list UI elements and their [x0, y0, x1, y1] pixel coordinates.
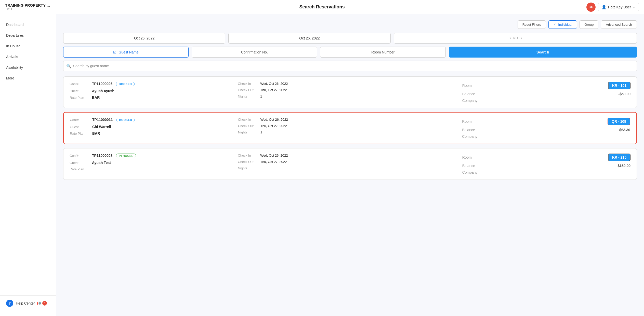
search-input[interactable]: [63, 61, 637, 71]
conf-row: Conf# TP11000011 BOOKED: [70, 118, 238, 122]
room-label: Room: [462, 84, 483, 88]
room-row: Room KR - 215: [462, 154, 630, 161]
room-row: Room KR - 101: [462, 82, 630, 89]
company-label: Company: [462, 134, 482, 139]
checkin-row: Check In Wed, Oct 26, 2022: [238, 118, 462, 121]
sidebar-item-departures[interactable]: Departures: [0, 30, 56, 41]
status-badge: BOOKED: [116, 118, 135, 122]
tab-room-number[interactable]: Room Number: [320, 47, 445, 58]
sidebar-item-arrivals[interactable]: Arrivals: [0, 51, 56, 62]
guest-label: Guest: [70, 125, 90, 129]
filter-bar: Reset Filters ✓ Individual Group Advance…: [63, 20, 637, 29]
balance-value: $63.30: [619, 128, 630, 132]
notification-badge: 0: [42, 301, 47, 306]
card-right-col: Room KR - 215 Balance -$159.00 Company: [462, 154, 630, 174]
property-name: TRAINING PROPERTY ...: [5, 3, 50, 7]
checkout-label: Check Out: [238, 88, 258, 92]
tab-confirmation-no[interactable]: Confirmation No.: [192, 47, 317, 58]
balance-row: Balance -$159.00: [462, 164, 630, 168]
advanced-search-button[interactable]: Advanced Search: [601, 20, 637, 29]
checkout-value: Thu, Oct 27, 2022: [260, 160, 287, 164]
sidebar-footer: ? Help Center 📢 0: [0, 295, 56, 311]
room-badge-button[interactable]: QR - 108: [608, 118, 630, 125]
sidebar: Dashboard Departures In House Arrivals A…: [0, 14, 56, 316]
nights-value: 1: [260, 94, 262, 98]
reservation-card[interactable]: Conf# TP11000011 BOOKED Guest Chi Warrel…: [63, 112, 637, 144]
individual-filter-button[interactable]: ✓ Individual: [548, 20, 577, 29]
room-label: Room: [462, 119, 482, 123]
balance-row: Balance -$50.00: [462, 92, 630, 96]
date-from-picker[interactable]: Oct 26, 2022: [63, 33, 225, 44]
checkout-value: Thu, Oct 27, 2022: [260, 124, 287, 128]
search-tabs: ☑ Guest Name Confirmation No. Room Numbe…: [63, 47, 637, 58]
status-filter[interactable]: STATUS: [394, 33, 637, 44]
sidebar-item-label: Arrivals: [6, 55, 18, 59]
date-to-picker[interactable]: Oct 26, 2022: [228, 33, 390, 44]
checkout-row: Check Out Thu, Oct 27, 2022: [238, 160, 462, 164]
checkin-label: Check In: [238, 82, 258, 86]
card-mid-col: Check In Wed, Oct 26, 2022 Check Out Thu…: [238, 82, 462, 103]
checkout-row: Check Out Thu, Oct 27, 2022: [238, 88, 462, 92]
search-icon: 🔍: [66, 64, 71, 68]
conf-number: TP11000006: [92, 82, 112, 86]
balance-value: -$159.00: [616, 164, 630, 168]
checkout-label: Check Out: [238, 160, 258, 164]
reset-filters-button[interactable]: Reset Filters: [518, 20, 546, 29]
checkin-row: Check In Wed, Oct 26, 2022: [238, 82, 462, 86]
reservation-card[interactable]: Conf# TP11000008 IN HOUSE Guest Ayush Te…: [63, 148, 637, 180]
room-badge-button[interactable]: KR - 101: [608, 82, 630, 89]
sidebar-item-label: In House: [6, 44, 20, 48]
nights-row: Nights 1: [238, 130, 462, 134]
nights-row: Nights 1: [238, 94, 462, 98]
room-badge-button[interactable]: KR - 215: [608, 154, 630, 161]
search-button[interactable]: Search: [449, 47, 637, 58]
guest-row: Guest Ayush Test: [70, 161, 238, 165]
card-mid-col: Check In Wed, Oct 26, 2022 Check Out Thu…: [238, 154, 462, 174]
checkout-value: Thu, Oct 27, 2022: [260, 88, 287, 92]
sidebar-item-label: Departures: [6, 33, 24, 37]
guest-label: Guest: [70, 161, 90, 165]
conf-number: TP11000011: [92, 118, 113, 122]
sidebar-item-more[interactable]: More ⌄: [0, 73, 56, 84]
card-left-col: Conf# TP11000008 IN HOUSE Guest Ayush Te…: [70, 154, 238, 174]
property-id: TP11: [5, 7, 50, 11]
sidebar-item-dashboard[interactable]: Dashboard: [0, 19, 56, 30]
header: TRAINING PROPERTY ... TP11 Search Reserv…: [0, 0, 644, 14]
sidebar-item-label: More: [6, 76, 14, 80]
nights-label: Nights: [238, 166, 258, 170]
reservation-card[interactable]: Conf# TP11000006 BOOKED Guest Ayush Ayus…: [63, 76, 637, 108]
card-right-col: Room KR - 101 Balance -$50.00 Company: [462, 82, 630, 103]
company-label: Company: [462, 99, 483, 103]
help-center-label[interactable]: Help Center 📢 0: [16, 301, 47, 306]
user-menu-button[interactable]: 👤 HotelKey User ⌄: [598, 3, 639, 11]
card-mid-col: Check In Wed, Oct 26, 2022 Check Out Thu…: [238, 118, 462, 139]
conf-row: Conf# TP11000008 IN HOUSE: [70, 154, 238, 158]
checkin-label: Check In: [238, 154, 258, 157]
nights-row: Nights: [238, 166, 462, 170]
rate-value: BAR: [92, 95, 100, 100]
group-filter-button[interactable]: Group: [580, 20, 598, 29]
avatar: GP: [586, 3, 596, 12]
room-row: Room QR - 108: [462, 118, 630, 125]
card-right-col: Room QR - 108 Balance $63.30 Company: [462, 118, 630, 139]
balance-row: Balance $63.30: [462, 128, 630, 132]
guest-value: Chi Warrell: [92, 125, 111, 129]
checkout-label: Check Out: [238, 124, 258, 128]
chevron-down-icon: ⌄: [633, 5, 636, 9]
tab-guest-name[interactable]: ☑ Guest Name: [63, 47, 189, 58]
sidebar-item-label: Dashboard: [6, 23, 24, 27]
balance-label: Balance: [462, 164, 483, 168]
nights-label: Nights: [238, 94, 258, 98]
main-content: Reset Filters ✓ Individual Group Advance…: [56, 14, 644, 316]
sidebar-nav: Dashboard Departures In House Arrivals A…: [0, 19, 56, 295]
nights-label: Nights: [238, 130, 258, 134]
check-icon: ✓: [553, 23, 556, 26]
company-label: Company: [462, 170, 483, 174]
guest-value: Ayush Test: [92, 161, 111, 165]
guest-value: Ayush Ayush: [92, 89, 114, 93]
sidebar-item-inhouse[interactable]: In House: [0, 41, 56, 51]
sidebar-item-availability[interactable]: Availability: [0, 62, 56, 73]
checkin-value: Wed, Oct 26, 2022: [260, 118, 288, 121]
sidebar-item-label: Availability: [6, 65, 23, 70]
status-badge: BOOKED: [116, 82, 135, 86]
